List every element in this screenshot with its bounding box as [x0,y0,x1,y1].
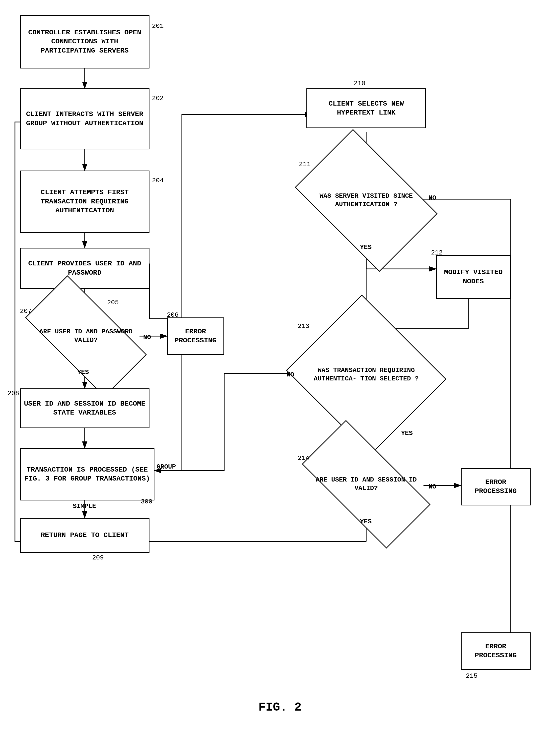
label-yes-214: YES [360,518,372,525]
box-215b-label: ERROR PROCESSING [464,478,527,496]
diamond-207: ARE USER ID AND PASSWORD VALID? [30,306,142,366]
ref-202: 202 [152,95,164,102]
box-210-label: CLIENT SELECTS NEW HYPERTEXT LINK [310,99,423,118]
ref-210: 210 [354,80,365,87]
label-yes-213: YES [401,429,413,437]
box-return: RETURN PAGE TO CLIENT [20,518,149,553]
box-210: CLIENT SELECTS NEW HYPERTEXT LINK [306,88,426,128]
box-212: MODIFY VISITED NODES [436,255,511,299]
label-no-214: NO [428,483,436,490]
ref-214: 214 [298,454,309,462]
ref-207: 207 [20,308,32,315]
diamond-214-text: ARE USER ID AND SESSION ID VALID? [306,473,426,495]
fig-caption: FIG. 2 [259,701,302,714]
box-transaction-label: TRANSACTION IS PROCESSED (SEE FIG. 3 FOR… [23,465,151,483]
box-206-label: ERROR PROCESSING [170,327,221,345]
ref-206: 206 [167,311,179,319]
box-202: CLIENT INTERACTS WITH SERVER GROUP WITHO… [20,88,149,149]
diamond-213: WAS TRANSACTION REQUIRING AUTHENTICA- TI… [306,321,426,428]
ref-212: 212 [431,249,443,257]
box-208: USER ID AND SESSION ID BECOME STATE VARI… [20,388,149,428]
ref-204: 204 [152,177,164,184]
box-215b: ERROR PROCESSING [461,468,531,505]
box-201: CONTROLLER ESTABLISHES OPEN CONNECTIONS … [20,15,149,68]
label-no-213: NO [286,371,294,378]
ref-300: 300 [141,498,152,505]
box-212-label: MODIFY VISITED NODES [439,268,507,286]
box-215: ERROR PROCESSING [461,632,531,670]
label-yes-207: YES [77,368,89,376]
ref-213: 213 [298,323,309,330]
diamond-211: WAS SERVER VISITED SINCE AUTHENTICATION … [306,159,426,242]
box-204-label: CLIENT ATTEMPTS FIRST TRANSACTION REQUIR… [23,188,146,215]
ref-215: 215 [466,672,478,680]
label-no-211: NO [428,194,436,202]
box-205: CLIENT PROVIDES USER ID AND PASSWORD [20,248,149,289]
box-transaction: TRANSACTION IS PROCESSED (SEE FIG. 3 FOR… [20,448,154,500]
flowchart-diagram: CONTROLLER ESTABLISHES OPEN CONNECTIONS … [0,0,560,729]
ref-208: 208 [7,389,19,397]
ref-209: 209 [92,554,104,561]
diamond-213-text: WAS TRANSACTION REQUIRING AUTHENTICA- TI… [306,364,426,386]
box-return-label: RETURN PAGE TO CLIENT [41,531,129,540]
diamond-207-text: ARE USER ID AND PASSWORD VALID? [30,325,142,347]
box-215-label: ERROR PROCESSING [464,642,527,660]
diamond-214: ARE USER ID AND SESSION ID VALID? [306,453,426,515]
label-no-207: NO [143,334,151,341]
label-group: GROUP [156,463,176,470]
box-204: CLIENT ATTEMPTS FIRST TRANSACTION REQUIR… [20,171,149,233]
box-201-label: CONTROLLER ESTABLISHES OPEN CONNECTIONS … [23,28,146,55]
diamond-211-text: WAS SERVER VISITED SINCE AUTHENTICATION … [306,190,426,211]
ref-211: 211 [299,161,311,168]
box-206: ERROR PROCESSING [167,318,224,355]
box-205-label: CLIENT PROVIDES USER ID AND PASSWORD [23,259,146,277]
box-208-label: USER ID AND SESSION ID BECOME STATE VARI… [23,399,146,417]
label-simple: SIMPLE [73,502,96,510]
ref-201: 201 [152,22,164,30]
label-yes-211: YES [360,244,372,251]
ref-205: 205 [107,299,119,306]
box-202-label: CLIENT INTERACTS WITH SERVER GROUP WITHO… [23,110,146,128]
